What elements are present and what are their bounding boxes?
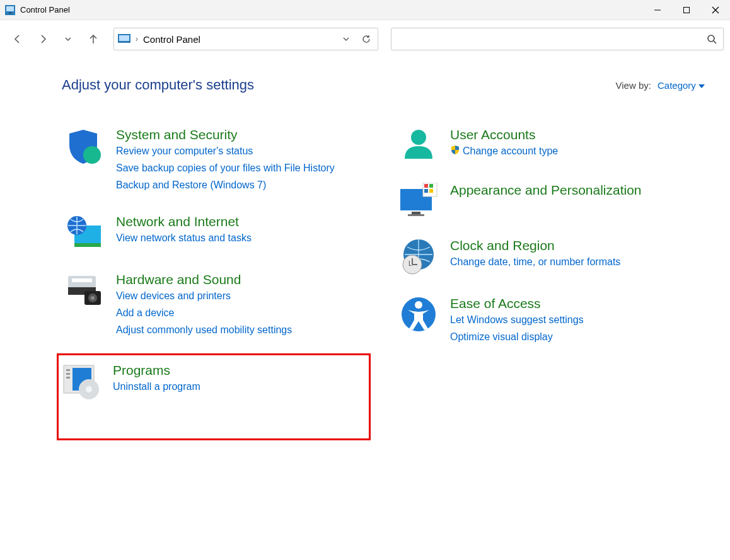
svg-rect-9 xyxy=(119,35,129,41)
link-review-status[interactable]: Review your computer's status xyxy=(116,142,368,159)
category-title-appearance[interactable]: Appearance and Personalization xyxy=(450,183,642,197)
svg-rect-24 xyxy=(66,369,70,371)
category-network-internet: Network and Internet View network status… xyxy=(62,212,371,254)
user-icon xyxy=(398,127,439,163)
view-by-label: View by: xyxy=(616,80,651,91)
link-backup-restore[interactable]: Backup and Restore (Windows 7) xyxy=(116,176,368,193)
window-title: Control Panel xyxy=(20,5,70,14)
link-file-history[interactable]: Save backup copies of your files with Fi… xyxy=(116,159,368,176)
link-date-time-formats[interactable]: Change date, time, or number formats xyxy=(450,253,702,270)
svg-rect-37 xyxy=(424,189,428,193)
svg-rect-15 xyxy=(74,243,101,247)
recent-locations-button[interactable] xyxy=(57,28,79,50)
category-title-clock[interactable]: Clock and Region xyxy=(450,238,555,253)
svg-rect-25 xyxy=(66,373,70,375)
globe-clock-icon: L xyxy=(398,238,439,276)
link-windows-suggest[interactable]: Let Windows suggest settings xyxy=(450,311,702,328)
refresh-button[interactable] xyxy=(359,34,374,44)
search-input[interactable] xyxy=(397,28,705,50)
monitor-colors-icon xyxy=(398,183,439,218)
category-system-security: System and Security Review your computer… xyxy=(62,125,371,197)
category-hardware-sound: Hardware and Sound View devices and prin… xyxy=(62,270,371,341)
link-change-account-type[interactable]: Change account type xyxy=(450,142,702,160)
link-uninstall-program[interactable]: Uninstall a program xyxy=(113,378,366,395)
svg-point-45 xyxy=(415,301,422,309)
svg-marker-12 xyxy=(698,84,705,88)
control-panel-app-icon xyxy=(5,5,15,15)
forward-button[interactable] xyxy=(32,28,54,50)
search-bar[interactable] xyxy=(391,28,724,50)
printer-camera-icon xyxy=(64,272,105,339)
search-icon[interactable] xyxy=(705,34,718,44)
chevron-down-icon xyxy=(698,80,705,91)
up-button[interactable] xyxy=(82,28,105,50)
uac-shield-icon xyxy=(450,143,460,160)
category-title-programs[interactable]: Programs xyxy=(113,363,170,377)
breadcrumb-separator-icon: › xyxy=(136,35,138,43)
svg-rect-18 xyxy=(72,278,92,282)
breadcrumb-location[interactable]: Control Panel xyxy=(143,34,200,45)
maximize-button[interactable] xyxy=(672,0,701,20)
category-title-system-security[interactable]: System and Security xyxy=(116,127,238,142)
link-mobility-settings[interactable]: Adjust commonly used mobility settings xyxy=(116,321,368,338)
category-title-user-accounts[interactable]: User Accounts xyxy=(450,127,535,142)
back-button[interactable] xyxy=(6,28,29,50)
svg-point-13 xyxy=(83,146,101,164)
link-devices-printers[interactable]: View devices and printers xyxy=(116,287,368,304)
shield-icon xyxy=(64,127,105,194)
category-title-network[interactable]: Network and Internet xyxy=(116,214,239,229)
svg-rect-35 xyxy=(424,184,428,188)
view-by-control[interactable]: View by: Category xyxy=(616,80,705,91)
link-network-status[interactable]: View network status and tasks xyxy=(116,229,368,246)
nav-bar: › Control Panel xyxy=(0,20,730,58)
address-dropdown-button[interactable] xyxy=(339,35,354,43)
svg-rect-38 xyxy=(429,189,433,193)
content-area: Adjust your computer's settings View by:… xyxy=(0,58,730,455)
link-change-account-type-text: Change account type xyxy=(463,146,558,156)
title-bar: Control Panel xyxy=(0,0,730,20)
svg-line-11 xyxy=(714,41,716,43)
svg-point-30 xyxy=(411,130,426,145)
svg-rect-32 xyxy=(412,212,420,214)
view-by-value[interactable]: Category xyxy=(658,80,696,91)
svg-rect-4 xyxy=(684,7,690,13)
category-appearance: Appearance and Personalization xyxy=(396,180,705,220)
right-column: User Accounts Change account type xyxy=(396,125,705,455)
svg-rect-36 xyxy=(429,184,433,188)
address-bar[interactable]: › Control Panel xyxy=(113,28,378,50)
page-heading: Adjust your computer's settings xyxy=(62,77,254,93)
category-ease-of-access: Ease of Access Let Windows suggest setti… xyxy=(396,294,705,348)
category-title-ease-of-access[interactable]: Ease of Access xyxy=(450,296,541,311)
category-programs: Programs Uninstall a program xyxy=(57,353,371,440)
control-panel-icon xyxy=(118,34,130,44)
left-column: System and Security Review your computer… xyxy=(62,125,371,455)
svg-rect-1 xyxy=(6,6,14,11)
globe-monitor-icon xyxy=(64,214,105,252)
svg-text:L: L xyxy=(408,260,412,267)
svg-rect-33 xyxy=(408,214,424,216)
svg-point-22 xyxy=(91,296,95,300)
link-optimize-visual[interactable]: Optimize visual display xyxy=(450,328,702,345)
category-title-hardware[interactable]: Hardware and Sound xyxy=(116,272,241,287)
programs-icon xyxy=(61,363,101,401)
minimize-button[interactable] xyxy=(643,0,672,20)
accessibility-icon xyxy=(398,296,439,345)
svg-point-10 xyxy=(708,35,714,42)
svg-rect-2 xyxy=(9,12,11,14)
svg-rect-26 xyxy=(66,377,70,379)
category-clock-region: L Clock and Region Change date, time, or… xyxy=(396,236,705,278)
svg-point-29 xyxy=(86,386,92,392)
close-button[interactable] xyxy=(701,0,730,20)
link-add-device[interactable]: Add a device xyxy=(116,304,368,321)
category-user-accounts: User Accounts Change account type xyxy=(396,125,705,165)
